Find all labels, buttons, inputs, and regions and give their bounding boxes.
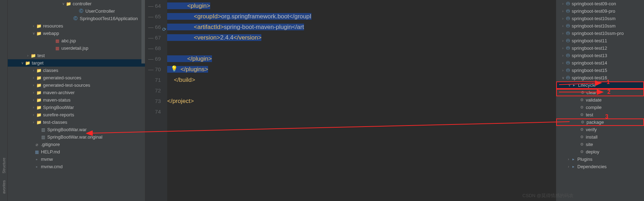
- code-line[interactable]: </build>: [167, 75, 556, 85]
- maven-item-plugins[interactable]: ›▸Plugins: [556, 156, 644, 163]
- project-tree[interactable]: ∨📁controllerⒸUserControllerⒸSpringbootTe…: [8, 0, 145, 201]
- expand-arrow-icon[interactable]: ›: [560, 31, 565, 35]
- ide-left-toolwindow-bar[interactable]: Structure avorites: [0, 0, 8, 201]
- expand-arrow-icon[interactable]: ›: [31, 91, 36, 95]
- code-line[interactable]: <artifactId>spring-boot-maven-plugin</ar…: [167, 22, 556, 32]
- line-number: — 70: [145, 64, 167, 75]
- tree-item-springbootwar-war[interactable]: ▥SpringBootWar.war: [8, 126, 145, 133]
- maven-item-springboot-test10ssm[interactable]: ›ⓜspringboot-test10ssm: [556, 22, 644, 30]
- code-line[interactable]: <plugin>: [167, 1, 556, 11]
- maven-item-package[interactable]: ⚙package: [556, 118, 644, 126]
- code-line[interactable]: </project>: [167, 96, 556, 106]
- tree-item-surefire-reports[interactable]: ›📁surefire-reports: [8, 111, 145, 118]
- maven-item-springboot-test14[interactable]: ›ⓜspringboot-test14: [556, 59, 644, 67]
- expand-arrow-icon[interactable]: ›: [31, 98, 36, 102]
- maven-item-test[interactable]: ⚙test: [556, 111, 644, 118]
- expand-arrow-icon[interactable]: ∨: [20, 61, 25, 65]
- tree-item-test[interactable]: ›📁test: [8, 52, 145, 59]
- tree-item-generated-test-sources[interactable]: ›📁generated-test-sources: [8, 81, 145, 89]
- expand-arrow-icon[interactable]: ›: [560, 9, 565, 13]
- tree-item-label: SpringBootWar.war: [47, 127, 87, 132]
- code-line[interactable]: [167, 43, 556, 54]
- code-editor[interactable]: — 64— 65— 66⟳— 67— 68— 69— 7071727374 <p…: [145, 0, 556, 201]
- folder-icon: ▸: [571, 157, 576, 162]
- expand-arrow-icon[interactable]: ∨: [567, 83, 572, 87]
- tree-item-mvnw[interactable]: ▫mvnw: [8, 156, 145, 163]
- code-line[interactable]: <version>2.4.4</version>: [167, 32, 556, 43]
- tree-item--gitignore[interactable]: ⌀.gitignore: [8, 141, 145, 148]
- maven-item-dependencies[interactable]: ›▸Dependencies: [556, 163, 644, 170]
- maven-tool-window[interactable]: ›ⓜspringboot-test09-con›ⓜspringboot-test…: [556, 0, 644, 201]
- expand-arrow-icon[interactable]: ›: [31, 24, 36, 28]
- expand-arrow-icon[interactable]: ∨: [560, 76, 565, 80]
- expand-arrow-icon[interactable]: ›: [25, 54, 30, 57]
- maven-item-compile[interactable]: ⚙compile: [556, 104, 644, 111]
- tree-item-resources[interactable]: ›📁resources: [8, 22, 145, 30]
- expand-arrow-icon[interactable]: ›: [560, 39, 565, 43]
- expand-arrow-icon[interactable]: ›: [560, 24, 565, 28]
- tree-item-springbootwar[interactable]: ›📁SpringBootWar: [8, 104, 145, 111]
- maven-item-clean[interactable]: ⚙clean: [556, 89, 644, 96]
- tree-item-springbootwar-war-original[interactable]: ▥SpringBootWar.war.original: [8, 133, 145, 141]
- tree-item-target[interactable]: ∨📁target: [8, 59, 145, 67]
- sidebar-scrollbar-thumb[interactable]: [141, 0, 145, 63]
- code-line[interactable]: [167, 85, 556, 96]
- maven-item-deploy[interactable]: ⚙deploy: [556, 148, 644, 156]
- code-line[interactable]: </plugins>: [167, 64, 556, 75]
- maven-item-springboot-test12[interactable]: ›ⓜspringboot-test12: [556, 44, 644, 52]
- intention-bulb-icon[interactable]: 💡: [171, 65, 178, 72]
- tree-item-springboottest16application[interactable]: ⒸSpringbootTest16Application: [8, 15, 145, 22]
- tree-item-label: abc.jsp: [61, 38, 76, 43]
- favorites-tool-label[interactable]: avorites: [2, 180, 6, 194]
- expand-arrow-icon[interactable]: ›: [560, 61, 565, 65]
- expand-arrow-icon[interactable]: ›: [566, 165, 571, 169]
- tree-item-help-md[interactable]: ▦HELP.md: [8, 148, 145, 156]
- editor-code-area[interactable]: <plugin> <groupId>org.springframework.bo…: [167, 0, 556, 201]
- tree-item-webapp[interactable]: ∨📁webapp: [8, 30, 145, 37]
- tree-item-maven-archiver[interactable]: ›📁maven-archiver: [8, 89, 145, 96]
- expand-arrow-icon[interactable]: ›: [560, 2, 565, 6]
- expand-arrow-icon[interactable]: ›: [31, 113, 36, 117]
- maven-item-springboot-test10ssm[interactable]: ›ⓜspringboot-test10ssm: [556, 15, 644, 22]
- code-line[interactable]: [167, 106, 556, 117]
- maven-item-install[interactable]: ⚙install: [556, 133, 644, 141]
- tree-item-controller[interactable]: ∨📁controller: [8, 0, 145, 7]
- expand-arrow-icon[interactable]: ∨: [61, 2, 66, 6]
- tree-item-abc-jsp[interactable]: ▦abc.jsp: [8, 37, 145, 44]
- tree-item-label: mvnw.cmd: [41, 164, 62, 169]
- maven-item-springboot-test15[interactable]: ›ⓜspringboot-test15: [556, 67, 644, 74]
- tree-item-mvnw-cmd[interactable]: ▫mvnw.cmd: [8, 163, 145, 170]
- tree-item-classes[interactable]: ›📁classes: [8, 67, 145, 74]
- code-line[interactable]: <groupId>org.springframework.boot</group…: [167, 11, 556, 22]
- tree-item-test-classes[interactable]: ›📁test-classes: [8, 118, 145, 126]
- maven-item-springboot-test09-con[interactable]: ›ⓜspringboot-test09-con: [556, 0, 644, 7]
- expand-arrow-icon[interactable]: ›: [560, 54, 565, 57]
- structure-tool-label[interactable]: Structure: [2, 158, 6, 173]
- tree-item-usercontroller[interactable]: ⒸUserController: [8, 7, 145, 15]
- tree-item-userdetail-jsp[interactable]: ▦userdetail.jsp: [8, 44, 145, 52]
- tree-item-generated-sources[interactable]: ›📁generated-sources: [8, 74, 145, 81]
- maven-item-lifecycle[interactable]: ∨▸Lifecycle: [556, 81, 644, 89]
- tree-item-maven-status[interactable]: ›📁maven-status: [8, 96, 145, 104]
- maven-item-springboot-test13[interactable]: ›ⓜspringboot-test13: [556, 52, 644, 59]
- tree-item-label: maven-status: [43, 97, 71, 103]
- maven-item-springboot-test10ssm-pro[interactable]: ›ⓜspringboot-test10ssm-pro: [556, 30, 644, 37]
- expand-arrow-icon[interactable]: ›: [31, 76, 36, 80]
- code-line[interactable]: </plugin>: [167, 54, 556, 64]
- expand-arrow-icon[interactable]: ∨: [31, 31, 36, 35]
- expand-arrow-icon[interactable]: ›: [560, 17, 565, 20]
- maven-item-springboot-test11[interactable]: ›ⓜspringboot-test11: [556, 37, 644, 44]
- expand-arrow-icon[interactable]: ›: [31, 83, 36, 87]
- expand-arrow-icon[interactable]: ›: [560, 46, 565, 50]
- maven-item-verify[interactable]: ⚙verify: [556, 126, 644, 133]
- expand-arrow-icon[interactable]: ›: [31, 120, 36, 124]
- maven-item-validate[interactable]: ⚙validate: [556, 96, 644, 104]
- expand-arrow-icon[interactable]: ›: [31, 68, 36, 72]
- maven-item-springboot-test09-pro[interactable]: ›ⓜspringboot-test09-pro: [556, 7, 644, 15]
- maven-item-springboot-test16[interactable]: ∨ⓜspringboot-test16: [556, 74, 644, 81]
- maven-item-site[interactable]: ⚙site: [556, 141, 644, 148]
- expand-arrow-icon[interactable]: ›: [566, 157, 571, 161]
- expand-arrow-icon[interactable]: ›: [560, 68, 565, 72]
- expand-arrow-icon[interactable]: ›: [31, 105, 36, 109]
- maven-item-label: Lifecycle: [578, 83, 596, 88]
